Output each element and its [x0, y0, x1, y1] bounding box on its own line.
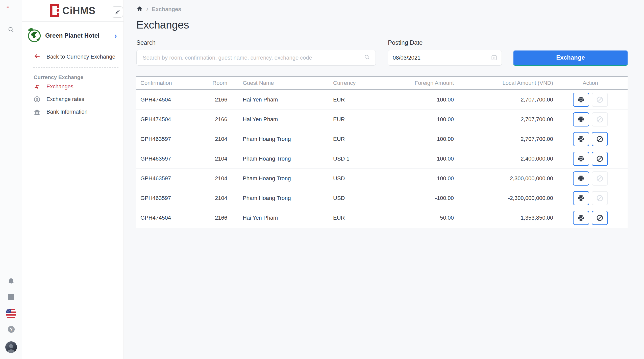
- sidebar: CiHMS Green Planet Hotel › Back to Curre…: [22, 0, 124, 359]
- header-action: Action: [553, 80, 628, 86]
- sidebar-item-label: Exchange rates: [46, 96, 84, 102]
- cancel-button[interactable]: [592, 132, 608, 146]
- cell-guest-name: Pham Hoang Trong: [227, 175, 333, 182]
- table-header-row: Confirmation Room Guest Name Currency Fo…: [136, 76, 628, 90]
- cell-local-amount: 2,300,000,000.00: [454, 175, 553, 182]
- posting-date-field[interactable]: [388, 50, 502, 66]
- cell-foreign-amount: -100.00: [396, 195, 454, 201]
- cell-local-amount: 2,400,000.00: [454, 156, 553, 162]
- cell-local-amount: -2,300,000,000.00: [454, 195, 553, 201]
- header-local-amount: Local Amount (VND): [454, 80, 553, 86]
- cell-confirmation: GPH463597: [136, 156, 207, 162]
- rail-logo-fragment: [7, 7, 9, 8]
- sidebar-item-exchanges[interactable]: Exchanges: [22, 80, 123, 93]
- cancel-button[interactable]: [592, 211, 608, 225]
- print-button[interactable]: [573, 211, 589, 225]
- search-icon: [364, 54, 370, 62]
- apps-grid-icon[interactable]: [7, 293, 15, 302]
- sidebar-header: CiHMS: [22, 0, 123, 22]
- cell-confirmation: GPH474504: [136, 96, 207, 103]
- cell-guest-name: Pham Hoang Trong: [227, 156, 333, 162]
- table-body: GPH474504 2166 Hai Yen Pham EUR -100.00 …: [136, 90, 628, 228]
- cell-foreign-amount: 100.00: [396, 156, 454, 162]
- hotel-selector[interactable]: Green Planet Hotel ›: [22, 22, 123, 46]
- sidebar-divider: [33, 67, 118, 68]
- dollar-circle-icon: $: [34, 96, 40, 103]
- sidebar-collapse-button[interactable]: [112, 6, 123, 18]
- cancel-button: [592, 112, 608, 126]
- sidebar-item-label: Bank Information: [46, 109, 88, 115]
- sidebar-item-exchange-rates[interactable]: $ Exchange rates: [22, 93, 123, 106]
- search-block: Search: [136, 39, 376, 66]
- print-button[interactable]: [573, 93, 589, 107]
- search-input[interactable]: [143, 55, 364, 61]
- table-row: GPH474504 2166 Hai Yen Pham EUR 100.00 2…: [136, 110, 628, 129]
- print-button[interactable]: [573, 112, 589, 126]
- exchanges-table: Confirmation Room Guest Name Currency Fo…: [136, 76, 628, 228]
- table-row: GPH463597 2104 Pham Hoang Trong USD 1 10…: [136, 149, 628, 169]
- print-button[interactable]: [573, 132, 589, 146]
- chevron-right-icon: ›: [114, 32, 117, 39]
- cell-confirmation: GPH463597: [136, 136, 207, 142]
- cell-actions: [553, 171, 628, 186]
- cell-actions: [553, 112, 628, 126]
- hotel-name: Green Planet Hotel: [45, 32, 100, 39]
- cell-room: 2166: [207, 215, 227, 221]
- back-to-currency-exchange-link[interactable]: Back to Currency Exchange: [22, 53, 123, 61]
- cancel-button[interactable]: [592, 152, 608, 166]
- header-confirmation: Confirmation: [136, 80, 207, 86]
- globe-icon: [26, 27, 42, 44]
- cell-room: 2104: [207, 175, 227, 182]
- cell-local-amount: 2,707,700.00: [454, 136, 553, 142]
- search-input-box: [136, 50, 376, 66]
- breadcrumb-current: Exchanges: [152, 6, 181, 13]
- posting-date-input[interactable]: [393, 55, 468, 61]
- header-room: Room: [207, 80, 227, 86]
- svg-text:$: $: [36, 97, 38, 101]
- cell-local-amount: -2,707,700.00: [454, 96, 553, 103]
- cell-actions: [553, 132, 628, 146]
- cell-confirmation: GPH474504: [136, 116, 207, 123]
- print-button[interactable]: [573, 152, 589, 166]
- swap-arrows-icon: [34, 83, 40, 90]
- left-rail: ?: [0, 0, 22, 359]
- app-logo: CiHMS: [50, 4, 95, 18]
- bank-icon: [34, 109, 40, 115]
- cell-guest-name: Hai Yen Pham: [227, 116, 333, 123]
- cell-foreign-amount: 50.00: [396, 215, 454, 221]
- cancel-button: [592, 191, 608, 205]
- back-link-label: Back to Currency Exchange: [46, 54, 115, 60]
- cancel-button: [592, 93, 608, 107]
- language-us-flag-icon[interactable]: [6, 309, 16, 318]
- sidebar-item-bank-information[interactable]: Bank Information: [22, 106, 123, 118]
- cell-local-amount: 2,707,700.00: [454, 116, 553, 123]
- exchange-button[interactable]: Exchange: [513, 50, 628, 66]
- user-avatar[interactable]: [5, 341, 17, 353]
- breadcrumb: › Exchanges: [136, 6, 628, 13]
- print-button[interactable]: [573, 171, 589, 186]
- cell-foreign-amount: 100.00: [396, 175, 454, 182]
- calendar-icon: [491, 54, 498, 62]
- cell-guest-name: Pham Hoang Trong: [227, 195, 333, 201]
- door-logo-icon: [50, 4, 59, 18]
- print-button[interactable]: [573, 191, 589, 205]
- cell-room: 2104: [207, 156, 227, 162]
- main-content: › Exchanges Exchanges Search Posting Dat…: [124, 0, 644, 359]
- cell-confirmation: GPH463597: [136, 175, 207, 182]
- cell-currency: USD 1: [333, 156, 396, 162]
- app-logo-text: CiHMS: [62, 5, 95, 16]
- page-title: Exchanges: [136, 19, 628, 31]
- global-search-icon[interactable]: [8, 26, 15, 34]
- cell-confirmation: GPH463597: [136, 195, 207, 201]
- sidebar-item-label: Exchanges: [46, 84, 73, 90]
- home-icon[interactable]: [136, 6, 143, 13]
- cell-foreign-amount: 100.00: [396, 116, 454, 123]
- notifications-bell-icon[interactable]: [7, 277, 15, 286]
- cell-currency: EUR: [333, 96, 396, 103]
- table-row: GPH474504 2166 Hai Yen Pham EUR 50.00 1,…: [136, 208, 628, 228]
- cell-currency: EUR: [333, 215, 396, 221]
- cell-foreign-amount: 100.00: [396, 136, 454, 142]
- posting-date-block: Posting Date: [388, 39, 502, 66]
- help-icon[interactable]: ?: [7, 325, 15, 334]
- back-arrow-icon: [33, 53, 41, 61]
